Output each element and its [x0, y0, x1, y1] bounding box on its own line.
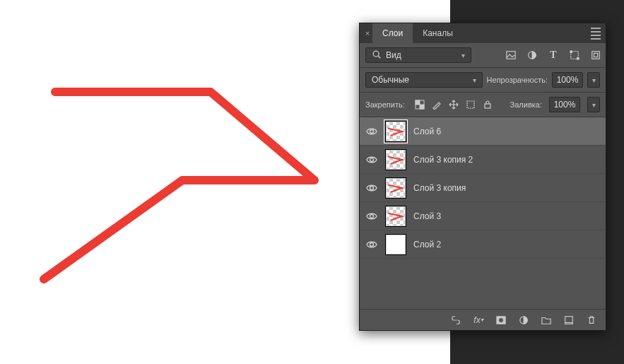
- lock-all-icon[interactable]: [483, 100, 493, 110]
- trash-icon[interactable]: [586, 315, 597, 326]
- search-icon: [372, 49, 382, 61]
- layer-name-label[interactable]: Слой 3 копия 2: [413, 155, 473, 165]
- panel-footer: fx▾: [360, 309, 606, 330]
- chevron-down-icon: ▾: [473, 76, 476, 84]
- lock-brush-icon[interactable]: [432, 100, 442, 110]
- layer-name-label[interactable]: Слой 3 копия: [413, 183, 466, 193]
- tab-layers[interactable]: Слои: [372, 23, 413, 43]
- layer-thumbnail[interactable]: [385, 234, 406, 255]
- lock-icon-group: [415, 100, 493, 110]
- visibility-eye-icon[interactable]: [365, 182, 378, 194]
- layer-row[interactable]: Слой 6: [360, 117, 606, 146]
- mask-icon[interactable]: [495, 315, 507, 326]
- visibility-eye-icon[interactable]: [365, 154, 378, 165]
- svg-rect-10: [416, 100, 420, 105]
- layer-filter-dropdown[interactable]: Вид ▾: [365, 47, 471, 63]
- filter-row: Вид ▾ T: [360, 43, 606, 68]
- svg-line-1: [378, 56, 380, 58]
- lock-transparent-icon[interactable]: [415, 100, 425, 110]
- layer-thumbnail[interactable]: [385, 206, 406, 227]
- lock-row: Закрепить: Заливка: 100% ▾: [360, 93, 606, 117]
- lock-artboard-icon[interactable]: [466, 100, 476, 110]
- svg-rect-11: [420, 105, 424, 109]
- svg-point-15: [370, 158, 374, 161]
- filter-image-icon[interactable]: [505, 49, 517, 61]
- opacity-stepper[interactable]: ▾: [587, 72, 600, 88]
- blend-mode-dropdown[interactable]: Обычные ▾: [365, 72, 483, 88]
- svg-point-18: [370, 242, 374, 246]
- visibility-eye-icon[interactable]: [365, 126, 378, 137]
- layer-row[interactable]: Слой 3: [360, 202, 606, 230]
- lock-move-icon[interactable]: [449, 100, 459, 110]
- fill-value[interactable]: 100%: [549, 97, 580, 112]
- hamburger-icon: [591, 28, 601, 40]
- filter-adjust-icon[interactable]: [526, 49, 538, 61]
- fill-label: Заливка:: [510, 100, 542, 109]
- svg-rect-13: [485, 104, 490, 108]
- visibility-eye-icon[interactable]: [365, 211, 378, 222]
- layer-row[interactable]: Слой 2: [360, 230, 606, 259]
- layer-row[interactable]: Слой 3 копия 2: [360, 146, 606, 174]
- filter-type-icons: T: [505, 49, 601, 61]
- svg-rect-5: [570, 51, 572, 53]
- filter-smart-icon[interactable]: [590, 49, 601, 61]
- layer-name-label[interactable]: Слой 3: [413, 211, 441, 221]
- panel-menu-button[interactable]: [586, 23, 606, 43]
- opacity-value[interactable]: 100%: [552, 72, 583, 88]
- svg-rect-2: [507, 52, 515, 59]
- filter-shape-icon[interactable]: [569, 49, 580, 61]
- layer-name-label[interactable]: Слой 6: [413, 127, 441, 136]
- layer-list: Слой 6Слой 3 копия 2Слой 3 копияСлой 3Сл…: [360, 117, 606, 309]
- tab-channels[interactable]: Каналы: [413, 23, 463, 43]
- blend-row: Обычные ▾ Непрозрачность: 100% ▾: [360, 68, 606, 93]
- svg-point-16: [370, 186, 374, 189]
- filter-label: Вид: [386, 50, 401, 60]
- fx-icon[interactable]: fx▾: [473, 315, 484, 326]
- svg-point-0: [373, 51, 379, 57]
- group-icon[interactable]: [541, 315, 552, 326]
- layer-thumbnail[interactable]: [385, 149, 406, 170]
- filter-type-icon[interactable]: T: [548, 49, 559, 61]
- svg-point-20: [499, 317, 504, 322]
- panel-collapse-icon[interactable]: ×: [363, 23, 372, 43]
- svg-rect-7: [592, 52, 600, 59]
- blend-mode-value: Обычные: [372, 75, 409, 85]
- opacity-label: Непрозрачность:: [487, 76, 548, 84]
- visibility-eye-icon[interactable]: [365, 239, 378, 250]
- layer-row[interactable]: Слой 3 копия: [360, 174, 606, 202]
- adjustment-layer-icon[interactable]: [518, 315, 529, 326]
- layer-name-label[interactable]: Слой 2: [413, 240, 441, 249]
- svg-rect-12: [467, 101, 474, 108]
- svg-rect-6: [577, 58, 579, 60]
- lock-label: Закрепить:: [365, 100, 405, 109]
- new-layer-icon[interactable]: [563, 315, 575, 326]
- panel-tab-bar: × Слои Каналы: [360, 23, 606, 43]
- svg-point-17: [370, 214, 374, 218]
- layers-panel: × Слои Каналы Вид ▾ T: [359, 23, 606, 331]
- layer-thumbnail[interactable]: [385, 121, 406, 142]
- svg-point-14: [370, 129, 374, 133]
- svg-rect-8: [594, 53, 597, 57]
- link-layers-icon[interactable]: [450, 315, 461, 326]
- layer-thumbnail[interactable]: [385, 177, 406, 199]
- fill-stepper[interactable]: ▾: [587, 97, 600, 112]
- chevron-down-icon: ▾: [461, 52, 465, 59]
